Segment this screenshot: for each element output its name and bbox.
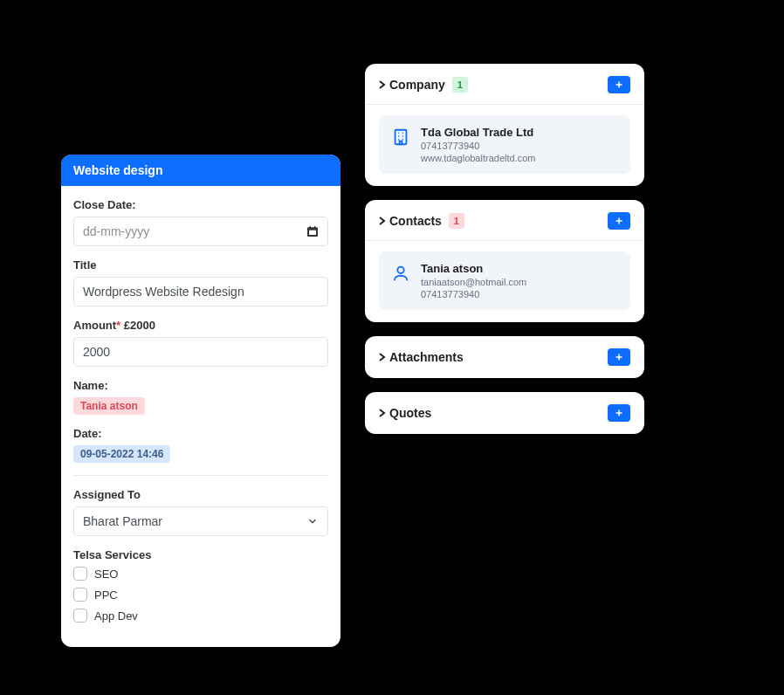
company-name: Tda Global Trade Ltd	[421, 126, 535, 139]
assigned-select[interactable]: Bharat Parmar	[73, 506, 328, 536]
title-label: Title	[73, 258, 328, 272]
close-date-input[interactable]	[73, 217, 328, 246]
contacts-card: Contacts 1 Tania atson taniaatson@hotmai…	[365, 200, 644, 322]
amount-input[interactable]	[73, 337, 328, 367]
company-count-badge: 1	[452, 77, 468, 93]
building-icon	[391, 127, 410, 147]
close-date-label: Close Date:	[73, 198, 328, 211]
service-checkbox-appdev[interactable]	[73, 609, 87, 623]
quotes-card-toggle[interactable]: Quotes	[379, 406, 431, 420]
company-card-toggle[interactable]: Company	[379, 78, 445, 92]
chevron-right-icon	[379, 353, 386, 361]
service-label[interactable]: SEO	[94, 568, 118, 581]
quotes-card: Quotes	[365, 392, 644, 434]
service-checkbox-seo[interactable]	[73, 567, 87, 581]
deal-form-panel: Website design Close Date: Title Amount*…	[61, 155, 340, 647]
add-attachment-button[interactable]	[608, 348, 630, 366]
chevron-right-icon	[379, 409, 386, 417]
plus-icon	[614, 79, 624, 90]
date-label: Date:	[73, 427, 328, 440]
title-input[interactable]	[73, 277, 328, 306]
add-company-button[interactable]	[608, 76, 630, 93]
attachments-card-toggle[interactable]: Attachments	[379, 350, 464, 364]
company-card: Company 1 Tda Global Trade Ltd 074137739…	[365, 64, 644, 186]
assigned-label: Assigned To	[73, 488, 328, 501]
services-label: Telsa Services	[73, 548, 328, 561]
contacts-card-toggle[interactable]: Contacts	[379, 214, 442, 228]
add-contact-button[interactable]	[608, 212, 630, 230]
company-website: www.tdaglobaltradeltd.com	[421, 153, 535, 163]
contact-phone: 07413773940	[421, 289, 526, 299]
plus-icon	[614, 408, 624, 418]
service-checkbox-ppc[interactable]	[73, 588, 87, 602]
service-label[interactable]: PPC	[94, 588, 118, 602]
card-divider	[365, 240, 644, 241]
contact-item[interactable]: Tania atson taniaatson@hotmail.com 07413…	[379, 251, 630, 310]
company-item[interactable]: Tda Global Trade Ltd 07413773940 www.tda…	[379, 115, 630, 174]
svg-rect-13	[400, 141, 402, 145]
panel-body: Close Date: Title Amount* £2000 Na	[61, 186, 340, 647]
service-label[interactable]: App Dev	[94, 609, 138, 623]
svg-point-16	[397, 267, 403, 273]
company-phone: 07413773940	[421, 141, 535, 151]
plus-icon	[614, 216, 624, 226]
date-tag: 09-05-2022 14:46	[73, 445, 170, 463]
chevron-right-icon	[379, 217, 386, 225]
person-icon	[391, 264, 410, 283]
amount-label: Amount* £2000	[73, 319, 328, 332]
card-divider	[365, 104, 644, 105]
attachments-card: Attachments	[365, 336, 644, 378]
svg-rect-6	[395, 130, 407, 145]
name-label: Name:	[73, 379, 328, 392]
divider	[73, 475, 328, 476]
panel-header: Website design	[61, 155, 340, 186]
add-quote-button[interactable]	[608, 404, 630, 422]
right-panel-stack: Company 1 Tda Global Trade Ltd 074137739…	[365, 64, 644, 434]
contact-email: taniaatson@hotmail.com	[421, 277, 526, 287]
plus-icon	[614, 352, 624, 362]
chevron-right-icon	[379, 80, 386, 89]
name-tag: Tania atson	[73, 397, 145, 415]
contacts-count-badge: 1	[449, 213, 464, 229]
contact-name: Tania atson	[421, 262, 526, 275]
